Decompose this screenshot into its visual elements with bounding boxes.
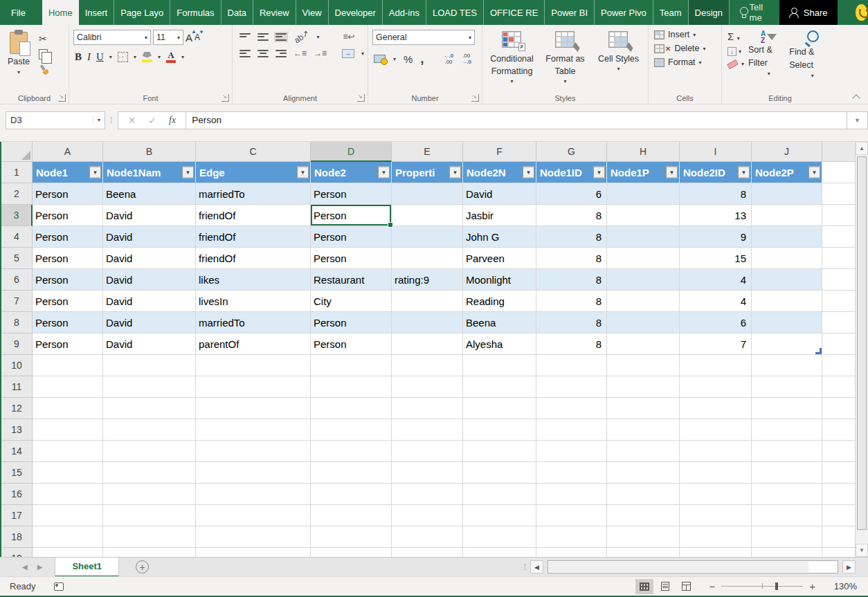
row-header-12[interactable]: 12 [1, 398, 33, 419]
row-header-7[interactable]: 7 [1, 291, 33, 312]
row-header-13[interactable]: 13 [1, 419, 33, 441]
cell-D16[interactable] [311, 484, 392, 505]
cell-C14[interactable] [196, 441, 311, 462]
name-box-dropdown[interactable]: ▾ [93, 117, 100, 123]
cell-G13[interactable] [536, 419, 607, 441]
font-size-combo[interactable]: 11▾ [153, 30, 183, 45]
tell-me-box[interactable]: Tell me [730, 2, 779, 23]
cell-J14[interactable] [752, 441, 822, 462]
filter-dropdown-button[interactable]: ▼ [523, 167, 534, 178]
cell-B2[interactable]: Beena [103, 183, 196, 205]
cell-J9[interactable] [752, 333, 822, 355]
bottom-align-button[interactable] [275, 33, 287, 41]
cell-I13[interactable] [680, 419, 752, 441]
name-box[interactable]: D3 ▾ [6, 111, 105, 129]
cell-E17[interactable] [392, 505, 463, 526]
cell-J15[interactable] [752, 462, 822, 484]
cell-E5[interactable] [392, 248, 463, 269]
row-header-14[interactable]: 14 [1, 441, 33, 462]
cell-F14[interactable] [463, 441, 536, 462]
cell-G15[interactable] [536, 462, 607, 484]
wrap-text-button[interactable]: ≡↩ [343, 32, 354, 42]
copy-button[interactable] [39, 49, 48, 59]
cell-H16[interactable] [607, 484, 680, 505]
scroll-up-button[interactable]: ▲ [856, 142, 868, 155]
cell-B12[interactable] [103, 398, 196, 419]
collapse-ribbon-button[interactable] [853, 93, 860, 100]
cell-C11[interactable] [196, 376, 311, 398]
align-left-button[interactable] [239, 50, 251, 57]
horizontal-scroll-thumb[interactable] [549, 562, 808, 572]
percent-style-button[interactable]: % [404, 53, 413, 65]
zoom-in-button[interactable]: + [809, 580, 815, 592]
column-header-A[interactable]: A [33, 142, 103, 162]
tab-design[interactable]: Design [689, 0, 730, 25]
increase-decimal-button[interactable]: ←.0.00 [444, 53, 454, 65]
row-header-9[interactable]: 9 [1, 333, 33, 355]
cell-F6[interactable]: Moonlight [463, 269, 536, 291]
tab-splitter-grip[interactable]: ⁞ [524, 562, 526, 572]
cell-B14[interactable] [103, 441, 196, 462]
row-header-2[interactable]: 2 [1, 183, 33, 205]
cell-J3[interactable] [752, 205, 822, 226]
cell-A12[interactable] [33, 398, 103, 419]
cell-B16[interactable] [103, 484, 196, 505]
cell-C12[interactable] [196, 398, 311, 419]
cell-F10[interactable] [463, 355, 536, 376]
tab-view[interactable]: View [296, 0, 329, 25]
table-header-cell-E[interactable]: Properti▼ [392, 162, 463, 183]
cell-B9[interactable]: David [103, 333, 196, 355]
row-header-10[interactable]: 10 [1, 355, 33, 376]
cell-A18[interactable] [33, 526, 103, 548]
cell-G14[interactable] [536, 441, 607, 462]
cell-B18[interactable] [103, 526, 196, 548]
cell-D8[interactable]: Person [311, 312, 392, 333]
filter-dropdown-button[interactable]: ▼ [666, 167, 678, 178]
cell-H9[interactable] [607, 333, 680, 355]
align-right-button[interactable] [275, 50, 287, 57]
cell-E13[interactable] [392, 419, 463, 441]
row-header-3[interactable]: 3 [1, 205, 33, 226]
cell-G9[interactable]: 8 [536, 333, 607, 355]
column-header-D[interactable]: D [311, 142, 392, 162]
cell-F17[interactable] [463, 505, 536, 526]
bold-button[interactable]: B [75, 51, 82, 63]
cell-A4[interactable]: Person [33, 226, 103, 248]
row-header-8[interactable]: 8 [1, 312, 33, 333]
orientation-dropdown[interactable]: ▾ [316, 34, 319, 40]
cell-B13[interactable] [103, 419, 196, 441]
cell-I15[interactable] [680, 462, 752, 484]
cell-E4[interactable] [392, 226, 463, 248]
cell-E10[interactable] [392, 355, 463, 376]
filter-dropdown-button[interactable]: ▼ [89, 167, 101, 178]
cell-I3[interactable]: 13 [680, 205, 752, 226]
zoom-slider[interactable] [721, 586, 803, 587]
cell-A15[interactable] [33, 462, 103, 484]
cell-E6[interactable]: rating:9 [392, 269, 463, 291]
cell-G11[interactable] [536, 376, 607, 398]
cell-H2[interactable] [607, 183, 680, 205]
cell-D11[interactable] [311, 376, 392, 398]
cell-B3[interactable]: David [103, 205, 196, 226]
cell-A13[interactable] [33, 419, 103, 441]
cell-H6[interactable] [607, 269, 680, 291]
cell-I4[interactable]: 9 [680, 226, 752, 248]
sort-filter-button[interactable]: AZ Sort & Filter▾ [748, 28, 789, 80]
formula-bar-grip[interactable]: ⁞ [110, 115, 113, 125]
cell-H3[interactable] [607, 205, 680, 226]
tab-insert[interactable]: Insert [79, 0, 115, 25]
row-header-6[interactable]: 6 [1, 269, 33, 291]
conditional-formatting-button[interactable]: ≠ Conditional Formatting▾ [485, 28, 539, 91]
cell-H14[interactable] [607, 441, 680, 462]
cell-E16[interactable] [392, 484, 463, 505]
column-header-J[interactable]: J [752, 142, 822, 162]
table-header-cell-D[interactable]: Node2▼ [311, 162, 392, 183]
increase-indent-button[interactable]: →≡ [314, 48, 327, 58]
column-header-C[interactable]: C [196, 142, 311, 162]
font-name-combo[interactable]: Calibri▾ [73, 30, 151, 45]
cell-B8[interactable]: David [103, 312, 196, 333]
cell-F9[interactable]: Alyesha [463, 333, 536, 355]
number-format-combo[interactable]: General▾ [372, 30, 475, 45]
filter-dropdown-button[interactable]: ▼ [297, 167, 309, 178]
format-painter-button[interactable] [37, 62, 52, 77]
